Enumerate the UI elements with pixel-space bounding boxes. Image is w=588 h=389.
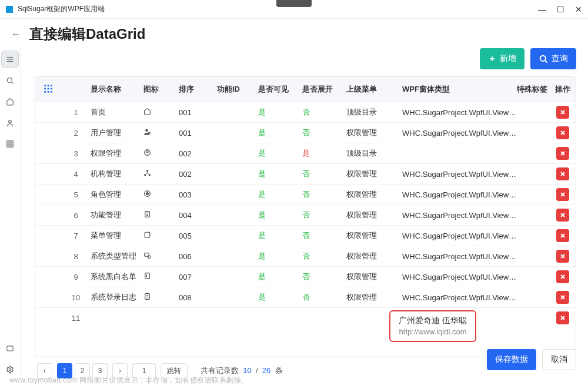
cell-name[interactable]: 功能管理 <box>91 210 143 220</box>
header-visible[interactable]: 是否可见 <box>258 84 302 95</box>
cell-sort[interactable]: 003 <box>179 190 217 199</box>
cell-sort[interactable]: 006 <box>179 252 217 261</box>
cell-winform[interactable]: WHC.SugarProject.WpfUI.Views.... <box>402 211 517 220</box>
cell-visible[interactable]: 是 <box>258 230 302 241</box>
table-row[interactable]: 2用户管理001是否权限管理WHC.SugarProject.WpfUI.Vie… <box>35 122 576 143</box>
cell-visible[interactable]: 是 <box>258 292 302 303</box>
table-row[interactable]: 4机构管理002是否权限管理WHC.SugarProject.WpfUI.Vie… <box>35 163 576 184</box>
cell-visible[interactable]: 是 <box>258 251 302 261</box>
table-row[interactable]: 7菜单管理005是否权限管理WHC.SugarProject.WpfUI.Vie… <box>35 225 576 246</box>
cell-parent[interactable]: 顶级目录 <box>346 148 402 159</box>
search-button[interactable]: 查询 <box>530 48 576 69</box>
cell-icon[interactable] <box>143 293 179 302</box>
table-row[interactable]: 1首页001是否顶级目录WHC.SugarProject.WpfUI.Views… <box>35 102 576 122</box>
cell-expand[interactable]: 否 <box>302 251 346 261</box>
cell-sort[interactable]: 004 <box>179 211 217 220</box>
cell-parent[interactable]: 顶级目录 <box>346 107 402 118</box>
cell-name[interactable]: 机构管理 <box>91 169 143 179</box>
header-sort[interactable]: 排序 <box>179 84 217 95</box>
cell-name[interactable]: 首页 <box>91 107 143 118</box>
cell-name[interactable]: 系统登录日志 <box>91 292 143 303</box>
cell-sort[interactable]: 008 <box>179 293 217 302</box>
header-parent[interactable]: 上级菜单 <box>346 84 402 95</box>
cell-visible[interactable]: 是 <box>258 210 302 220</box>
cell-icon[interactable] <box>143 169 179 179</box>
cell-expand[interactable]: 否 <box>302 210 346 220</box>
cell-sort[interactable]: 001 <box>179 129 217 138</box>
delete-button[interactable] <box>556 209 569 222</box>
table-row[interactable]: 3权限管理002是是顶级目录 <box>35 143 576 163</box>
cell-icon[interactable] <box>143 231 179 240</box>
maximize-button[interactable]: ☐ <box>557 5 564 14</box>
cell-winform[interactable]: WHC.SugarProject.WpfUI.Views.... <box>402 293 517 302</box>
cell-sort[interactable]: 007 <box>179 273 217 281</box>
minimize-button[interactable]: — <box>538 5 546 14</box>
cell-parent[interactable]: 权限管理 <box>346 128 402 138</box>
table-row[interactable]: 8系统类型管理006是否权限管理WHC.SugarProject.WpfUI.V… <box>35 246 576 266</box>
save-button[interactable]: 保存数据 <box>487 349 536 370</box>
cell-icon[interactable] <box>143 251 179 261</box>
cell-sort[interactable]: 002 <box>179 170 217 179</box>
delete-button[interactable] <box>556 167 569 180</box>
delete-button[interactable] <box>556 229 569 242</box>
cell-icon[interactable] <box>143 190 179 199</box>
cell-sort[interactable]: 005 <box>179 232 217 240</box>
sidebar-item-data[interactable] <box>1 135 19 153</box>
close-button[interactable]: ✕ <box>575 5 582 14</box>
cell-parent[interactable]: 权限管理 <box>346 230 402 241</box>
cell-expand[interactable]: 否 <box>302 128 346 138</box>
delete-button[interactable] <box>556 250 569 263</box>
add-button[interactable]: 新增 <box>480 48 524 69</box>
cell-winform[interactable]: WHC.SugarProject.WpfUI.Views.... <box>402 170 517 179</box>
cell-winform[interactable]: WHC.SugarProject.WpfUI.Views.... <box>402 252 517 261</box>
delete-button[interactable] <box>556 311 569 324</box>
table-row[interactable]: 9系统黑白名单007是否权限管理WHC.SugarProject.WpfUI.V… <box>35 266 576 287</box>
sidebar-item-menu[interactable] <box>1 51 19 68</box>
cell-winform[interactable]: WHC.SugarProject.WpfUI.Views.... <box>402 232 517 240</box>
header-funcid[interactable]: 功能ID <box>217 84 258 95</box>
sidebar-item-user[interactable] <box>1 114 19 132</box>
cell-name[interactable]: 系统黑白名单 <box>91 271 143 282</box>
header-expand[interactable]: 是否展开 <box>302 84 346 95</box>
cell-icon[interactable] <box>143 149 179 158</box>
cell-expand[interactable]: 是 <box>302 148 346 159</box>
delete-button[interactable] <box>556 188 569 201</box>
header-tag[interactable]: 特殊标签 <box>517 84 549 95</box>
header-select[interactable] <box>35 84 61 95</box>
delete-button[interactable] <box>556 106 569 119</box>
cell-winform[interactable]: WHC.SugarProject.WpfUI.Views.... <box>402 273 517 281</box>
cancel-button[interactable]: 取消 <box>542 349 576 370</box>
cell-expand[interactable]: 否 <box>302 169 346 179</box>
sidebar-item-search[interactable] <box>1 72 19 89</box>
cell-name[interactable]: 权限管理 <box>91 148 143 159</box>
cell-icon[interactable] <box>143 210 179 220</box>
header-icon[interactable]: 图标 <box>143 84 179 95</box>
cell-parent[interactable]: 权限管理 <box>346 189 402 200</box>
cell-expand[interactable]: 否 <box>302 230 346 241</box>
cell-parent[interactable]: 权限管理 <box>346 169 402 179</box>
cell-parent[interactable]: 权限管理 <box>346 210 402 220</box>
cell-parent[interactable]: 权限管理 <box>346 251 402 261</box>
header-op[interactable]: 操作 <box>549 84 576 95</box>
cell-visible[interactable]: 是 <box>258 271 302 282</box>
cell-expand[interactable]: 否 <box>302 107 346 118</box>
cell-name[interactable]: 用户管理 <box>91 128 143 138</box>
cell-icon[interactable] <box>143 272 179 281</box>
cell-parent[interactable]: 权限管理 <box>346 271 402 282</box>
cell-name[interactable]: 菜单管理 <box>91 230 143 241</box>
delete-button[interactable] <box>556 147 569 160</box>
cell-expand[interactable]: 否 <box>302 292 346 303</box>
sidebar-item-home[interactable] <box>1 93 19 110</box>
cell-visible[interactable]: 是 <box>258 169 302 179</box>
table-row[interactable]: 11 <box>35 307 576 328</box>
delete-button[interactable] <box>556 126 569 139</box>
sidebar-item-window[interactable] <box>1 340 19 357</box>
cell-icon[interactable] <box>143 108 179 117</box>
cell-visible[interactable]: 是 <box>258 189 302 200</box>
table-row[interactable]: 10系统登录日志008是否权限管理WHC.SugarProject.WpfUI.… <box>35 287 576 307</box>
table-row[interactable]: 6功能管理004是否权限管理WHC.SugarProject.WpfUI.Vie… <box>35 204 576 225</box>
delete-button[interactable] <box>556 291 569 304</box>
cell-name[interactable]: 系统类型管理 <box>91 251 143 261</box>
cell-name[interactable]: 角色管理 <box>91 189 143 200</box>
cell-sort[interactable]: 002 <box>179 149 217 158</box>
